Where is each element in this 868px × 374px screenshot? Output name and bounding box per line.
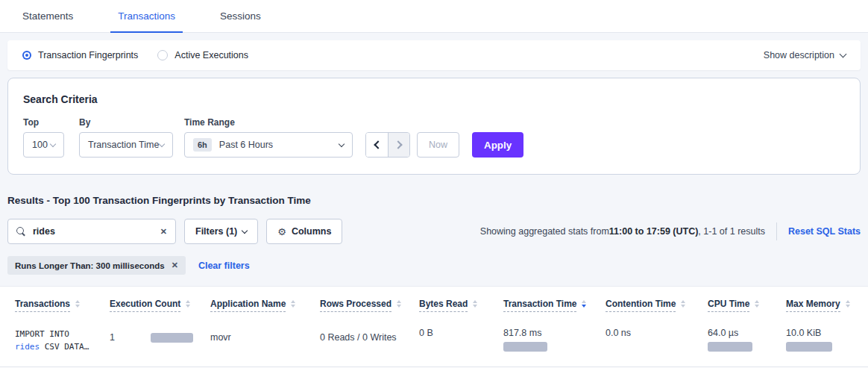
sort-toggle-icon[interactable] — [755, 300, 759, 308]
search-input[interactable] — [33, 226, 154, 237]
column-header-cpu-time: CPU Time — [708, 299, 786, 312]
by-value: Transaction Time — [88, 140, 159, 150]
chevron-down-icon — [159, 140, 165, 146]
radio-active-executions[interactable]: Active Executions — [157, 50, 248, 60]
column-header-rows-processed: Rows Processed — [320, 299, 419, 312]
aggregated-stats-text: Showing aggregated stats from 11:00 to 1… — [480, 226, 765, 237]
sort-toggle-icon[interactable] — [186, 300, 190, 308]
by-label: By — [79, 117, 184, 128]
now-button[interactable]: Now — [417, 132, 459, 158]
radio-label: Transaction Fingerprints — [38, 50, 138, 60]
columns-label: Columns — [292, 226, 331, 237]
results-toolbar: ✕ Filters (1) ⚙ Columns Showing aggregat… — [7, 219, 861, 244]
max-memory-bar — [786, 342, 832, 352]
filters-button[interactable]: Filters (1) — [184, 219, 258, 244]
chevron-left-icon — [374, 140, 382, 149]
time-range-label: Time Range — [184, 117, 353, 128]
results-title: Results - Top 100 Transaction Fingerprin… — [7, 195, 861, 206]
bytes-read-cell: 0 B — [419, 328, 503, 338]
remove-filter-icon[interactable]: ✕ — [172, 261, 178, 269]
rows-processed-cell: 0 Reads / 0 Writes — [320, 332, 419, 343]
column-header-transaction-time: Transaction Time — [503, 299, 606, 312]
filter-pill-label: Runs Longer Than: 300 milliseconds — [15, 261, 165, 270]
time-range-next-button[interactable] — [388, 133, 409, 157]
show-description-toggle[interactable]: Show description — [764, 50, 846, 60]
search-criteria-panel: Search Criteria Top 100 By Transaction T… — [7, 78, 861, 175]
top-value: 100 — [32, 140, 48, 150]
max-memory-cell: 10.0 KiB — [786, 328, 868, 338]
radio-selected-icon — [24, 52, 30, 58]
cpu-time-bar — [708, 342, 752, 352]
transaction-time-cell: 817.8 ms — [503, 328, 606, 338]
search-term-highlight: rides — [15, 342, 40, 352]
view-toggle-bar: Transaction Fingerprints Active Executio… — [7, 40, 861, 70]
table-row: IMPORT INTO rides CSV DATA… 1 movr 0 Rea… — [0, 312, 868, 367]
chevron-down-icon — [840, 50, 847, 57]
gear-icon: ⚙ — [277, 226, 286, 237]
chevron-right-icon — [394, 140, 402, 149]
cpu-time-cell: 64.0 µs — [708, 328, 786, 338]
sql-activity-tabbar: Statements Transactions Sessions — [0, 0, 868, 33]
vertical-divider — [776, 222, 777, 240]
tab-sessions[interactable]: Sessions — [213, 0, 268, 33]
clear-search-icon[interactable]: ✕ — [160, 228, 167, 236]
top-select[interactable]: 100 — [23, 132, 64, 158]
search-icon — [16, 227, 26, 237]
filter-pill: Runs Longer Than: 300 milliseconds ✕ — [7, 256, 186, 275]
clear-filters-link[interactable]: Clear filters — [198, 261, 250, 271]
applied-filters-row: Runs Longer Than: 300 milliseconds ✕ Cle… — [7, 256, 861, 275]
column-header-transactions: Transactions — [15, 299, 110, 312]
column-header-contention-time: Contention Time — [606, 299, 708, 312]
sort-toggle-icon[interactable] — [846, 300, 850, 308]
chevron-down-icon — [50, 140, 56, 146]
sort-toggle-icon[interactable] — [582, 300, 586, 308]
contention-time-cell: 0.0 ns — [606, 328, 708, 338]
top-label: Top — [23, 117, 79, 128]
radio-label: Active Executions — [174, 50, 248, 60]
filters-label: Filters (1) — [195, 226, 237, 237]
transaction-fingerprint-link[interactable]: IMPORT INTO rides CSV DATA… — [15, 328, 110, 353]
search-box: ✕ — [7, 219, 176, 244]
sort-toggle-icon[interactable] — [75, 300, 80, 308]
execution-count-bar — [151, 333, 193, 343]
transaction-time-bar — [503, 342, 547, 352]
application-name-cell: movr — [210, 332, 320, 343]
stats-time-range: 11:00 to 17:59 (UTC) — [609, 226, 698, 237]
time-range-select[interactable]: 6h Past 6 Hours — [184, 132, 353, 158]
time-range-badge: 6h — [193, 138, 212, 152]
apply-button[interactable]: Apply — [472, 132, 523, 158]
column-header-execution-count: Execution Count — [110, 299, 210, 312]
radio-unselected-icon — [157, 50, 168, 60]
transactions-table: Transactions Execution Count Application… — [0, 286, 868, 374]
column-header-bytes-read: Bytes Read — [419, 299, 503, 312]
tab-statements[interactable]: Statements — [15, 0, 81, 33]
time-range-prev-button[interactable] — [366, 133, 388, 157]
sort-toggle-icon[interactable] — [473, 300, 477, 308]
by-select[interactable]: Transaction Time — [79, 132, 173, 158]
table-header-row: Transactions Execution Count Application… — [0, 287, 868, 312]
sort-toggle-icon[interactable] — [681, 300, 685, 308]
show-description-label: Show description — [764, 50, 834, 60]
radio-transaction-fingerprints[interactable]: Transaction Fingerprints — [22, 50, 138, 60]
reset-sql-stats-link[interactable]: Reset SQL Stats — [788, 226, 861, 237]
columns-button[interactable]: ⚙ Columns — [266, 219, 342, 244]
sort-toggle-icon[interactable] — [397, 300, 401, 308]
column-header-max-memory: Max Memory — [786, 299, 868, 312]
column-header-application-name: Application Name — [210, 299, 320, 312]
time-range-stepper — [365, 132, 410, 158]
execution-count-cell: 1 — [110, 332, 210, 343]
chevron-down-icon — [242, 227, 248, 233]
sort-toggle-icon[interactable] — [291, 300, 295, 308]
chevron-down-icon — [339, 140, 345, 146]
search-criteria-title: Search Criteria — [23, 93, 845, 105]
time-range-value: Past 6 Hours — [219, 140, 273, 150]
tab-transactions[interactable]: Transactions — [110, 0, 183, 33]
